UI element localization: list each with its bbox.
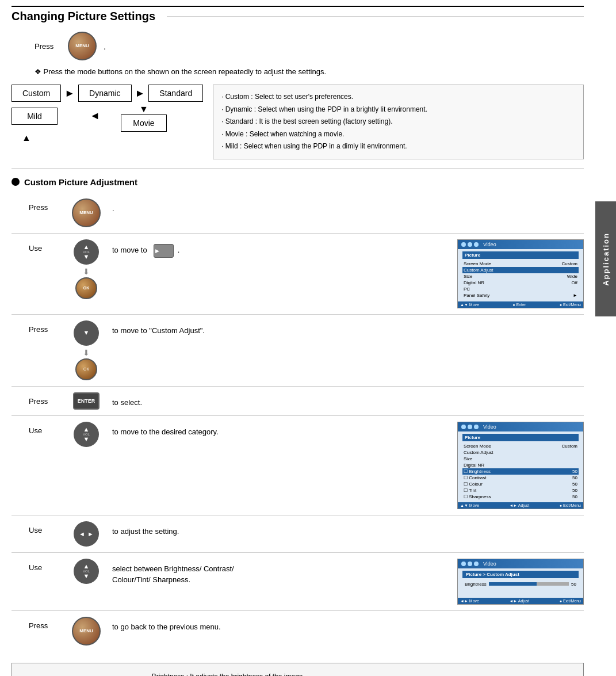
- instr-label-use-4: Use: [29, 559, 60, 572]
- main-content: Changing Picture Settings Press MENU . ❖…: [0, 0, 595, 676]
- instr-label-press-3: Press: [29, 392, 60, 406]
- ss2-header: Video: [458, 422, 583, 431]
- instr-text-adjust-setting: to adjust the setting.: [112, 521, 584, 537]
- mode-movie[interactable]: Movie: [121, 114, 167, 132]
- menu-button-icon-1: MENU: [68, 32, 97, 60]
- mode-info-item-2: Dynamic : Select when using the PDP in a…: [221, 104, 575, 116]
- instr-row-use-lr: Use ◄ ► to adjust the setting.: [12, 515, 584, 553]
- updown-icon-1: ▲ VOL ▼: [74, 239, 99, 265]
- inner-btn-icon-1: OK: [75, 277, 97, 299]
- arrow-custom-dynamic: ►: [61, 87, 78, 100]
- menu-btn-icon-2: MENU: [72, 198, 101, 227]
- ss1-header: Video: [458, 240, 583, 249]
- arrow-standard-down: ▼: [139, 104, 148, 114]
- instr-text-select-between: select between Brightness/ Contrast/Colo…: [112, 559, 449, 586]
- instr-icon-lr: ◄ ►: [69, 521, 104, 547]
- mode-mild[interactable]: Mild: [12, 108, 58, 125]
- instr-label-press-2: Press: [29, 320, 60, 334]
- instr-icon-updown-2: ▲ VOL ▼: [69, 422, 104, 447]
- instruction-text: ❖ Press the mode buttons on the shown on…: [35, 67, 584, 76]
- page-title: Changing Picture Settings: [12, 10, 167, 23]
- instr-text-move-to: to move to ▶ .: [112, 239, 449, 258]
- instr-icon-updown-1: ▲ VOL ▼ ⬇ OK: [69, 239, 104, 299]
- mode-info-box: Custom : Select to set user's preference…: [213, 85, 584, 159]
- down-btn-icon: ▼: [74, 320, 99, 346]
- mode-flow: Custom ► Dynamic ► Standard: [12, 85, 207, 143]
- arrow-dynamic-standard: ►: [132, 87, 149, 100]
- instr-icon-updown-3: ▲ VOL ▼: [69, 559, 104, 584]
- bottom-info-list: Brightness : It adjusts the brightness o…: [148, 670, 305, 676]
- section-title: Custom Picture Adjustment: [24, 177, 137, 187]
- instr-label-use-2: Use: [29, 422, 60, 435]
- instr-text-go-back: to go back to the previous menu.: [112, 617, 584, 633]
- inner-btn-2: OK: [75, 358, 97, 380]
- title-bar: Changing Picture Settings: [12, 6, 584, 23]
- instr-row-press-menu: Press MENU .: [12, 193, 584, 234]
- mode-info-item-4: Movie : Select when watching a movie.: [221, 128, 575, 141]
- section-bullet: [12, 178, 20, 186]
- menu-icon-label: MENU: [75, 44, 89, 48]
- updown-icon-2: ▲ VOL ▼: [74, 422, 99, 447]
- mode-flow-section: Custom ► Dynamic ► Standard: [12, 85, 584, 159]
- press-menu-row: Press MENU .: [35, 32, 584, 60]
- screenshot-1: Video Picture Screen ModeCustom Custom A…: [457, 239, 584, 308]
- mode-row-top: Custom ► Dynamic ► Standard: [12, 85, 203, 102]
- updown-icon-3: ▲ VOL ▼: [74, 559, 99, 584]
- down-indicator-1: ⬇: [83, 267, 90, 276]
- instr-row-use-select: Use ▲ VOL ▼ select between Brightness/ C…: [12, 553, 584, 611]
- ss1-content: Picture Screen ModeCustom Custom Adjust …: [458, 249, 583, 301]
- instr-text-period: .: [112, 198, 584, 215]
- instr-row-use-updown-2: Use ▲ VOL ▼ to move to the desired categ…: [12, 416, 584, 515]
- enter-btn-icon: ENTER: [73, 392, 100, 410]
- press-label-1: Press: [35, 42, 63, 51]
- instr-row-press-down: Press ▼ ⬇ OK to move to "Custom Adjust".: [12, 315, 584, 387]
- arrow-mild-up: ▲: [22, 133, 31, 143]
- ss3-header: Video: [458, 559, 583, 568]
- instr-row-press-enter: Press ENTER to select.: [12, 387, 584, 416]
- instr-row-use-updown-1: Use ▲ VOL ▼ ⬇ OK to move to ▶ .: [12, 234, 584, 315]
- mode-info-item-5: Mild : Select when using the PDP in a di…: [221, 140, 575, 153]
- instr-label-press-4: Press: [29, 617, 60, 630]
- instr-icon-enter: ENTER: [69, 392, 104, 410]
- instr-icon-menu-back: MENU: [69, 617, 104, 646]
- mode-info-list: Custom : Select to set user's preference…: [221, 91, 575, 153]
- instr-text-custom-adjust: to move to "Custom Adjust".: [112, 320, 584, 337]
- page-container: Application Changing Picture Settings Pr…: [0, 0, 616, 676]
- arrow-movie-mild: ◄: [90, 110, 100, 122]
- mode-dynamic[interactable]: Dynamic: [78, 85, 131, 102]
- instr-icon-menu-1: MENU: [69, 198, 104, 227]
- bottom-info-box: >>Custom Mode >> Brightness : It adjusts…: [12, 663, 584, 676]
- instr-row-press-menu-back: Press MENU to go back to the previous me…: [12, 611, 584, 651]
- instr-text-desired-cat: to move to the desired category.: [112, 422, 449, 438]
- section-header: Custom Picture Adjustment: [12, 177, 584, 187]
- mode-info-item-1: Custom : Select to set user's preference…: [221, 91, 575, 104]
- lr-btn-icon: ◄ ►: [74, 521, 99, 547]
- mode-custom[interactable]: Custom: [12, 85, 61, 102]
- screenshot-2: Video Picture Screen ModeCustom Custom A…: [457, 422, 584, 509]
- menu-btn-icon-3: MENU: [72, 617, 101, 646]
- divider-1: [12, 168, 584, 169]
- instr-text-select: to select.: [112, 392, 584, 408]
- instr-label-press-1: Press: [29, 198, 60, 212]
- instr-label-use-3: Use: [29, 521, 60, 534]
- title-divider: [167, 16, 584, 17]
- period-1: .: [104, 41, 106, 51]
- instr-icon-down: ▼ ⬇ OK: [69, 320, 104, 380]
- mode-info-item-3: Standard : It is the best screen setting…: [221, 116, 575, 128]
- bottom-info-item-1: Brightness : It adjusts the brightness o…: [148, 670, 305, 676]
- screenshot-3: Video Picture > Custom Adjust Brightness…: [457, 559, 584, 605]
- tab-label: Application: [602, 232, 610, 286]
- instr-label-use-1: Use: [29, 239, 60, 253]
- ss3-content: Picture > Custom Adjust Brightness 50: [458, 568, 583, 598]
- application-tab: Application: [595, 201, 616, 316]
- ss2-content: Picture Screen ModeCustom Custom Adjust …: [458, 431, 583, 502]
- mode-standard[interactable]: Standard: [148, 85, 203, 102]
